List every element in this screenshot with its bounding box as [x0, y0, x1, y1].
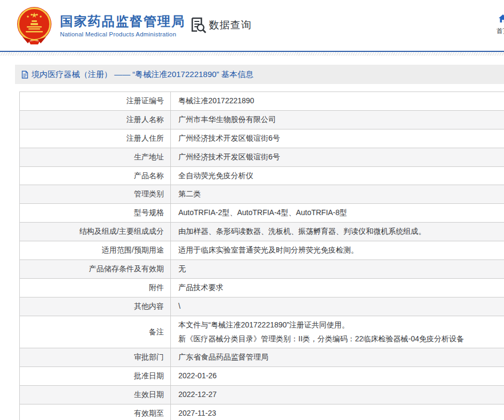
row-label: 备注: [20, 316, 171, 348]
row-value: 无: [171, 260, 504, 279]
table-row: 审批部门广东省食品药品监督管理局: [20, 348, 504, 367]
table-row: 产品名称全自动荧光免疫分析仪: [20, 166, 504, 185]
row-value: 2022-01-26: [171, 367, 504, 386]
row-value: 第二类: [171, 185, 504, 204]
nav-home-label: 首页: [494, 27, 504, 36]
table-row: 其他内容\: [20, 297, 504, 316]
nav-data-query[interactable]: 数据查询: [190, 17, 252, 34]
row-value: 本文件与“粤械注准20172221890”注册证共同使用。新《医疗器械分类目录》…: [171, 316, 504, 348]
home-icon: [499, 14, 504, 22]
table-row: 结构及组成/主要组成成分由加样器、条形码读数器、洗板机、振荡孵育器、判读仪和微机…: [20, 223, 504, 241]
table-row: 备注本文件与“粤械注准20172221890”注册证共同使用。新《医疗器械分类目…: [20, 316, 504, 348]
row-value: 全自动荧光免疫分析仪: [171, 166, 504, 185]
table-row: 有效期至2027-11-23: [20, 404, 504, 420]
row-label: 适用范围/预期用途: [20, 241, 171, 260]
row-value: \: [171, 297, 504, 316]
nav-data-query-label: 数据查询: [209, 18, 252, 32]
table-row: 型号规格AutoTRFIA-2型、AutoTRFIA-4型、AutoTRFIA-…: [20, 204, 504, 223]
row-value: 适用于临床实验室普通荧光及时间分辨荧光免疫检测。: [171, 241, 504, 260]
row-label: 产品名称: [20, 166, 171, 185]
row-value: AutoTRFIA-2型、AutoTRFIA-4型、AutoTRFIA-8型: [171, 204, 504, 223]
table-row: 附件产品技术要求: [20, 278, 504, 297]
row-label: 产品储存条件及有效期: [20, 260, 171, 279]
row-label: 审批部门: [20, 348, 171, 367]
info-table-body: 注册证编号粤械注准20172221890注册人名称广州市丰华生物股份有限公司注册…: [20, 92, 504, 420]
row-label: 注册人名称: [20, 110, 171, 129]
breadcrumb: 境内医疗器械（注册） —— “粤械注准20172221890” 基本信息: [15, 65, 504, 84]
brand-block: 国家药品监督管理局 National Medical Products Admi…: [60, 14, 185, 37]
info-table: 注册证编号粤械注准20172221890注册人名称广州市丰华生物股份有限公司注册…: [19, 91, 504, 420]
table-row: 批准日期2022-01-26: [20, 367, 504, 386]
row-value: 广东省食品药品监督管理局: [171, 348, 504, 367]
row-label: 管理类别: [20, 185, 171, 204]
page-header: 国家药品监督管理局 National Medical Products Admi…: [0, 0, 504, 51]
row-value-line: 本文件与“粤械注准20172221890”注册证共同使用。: [178, 318, 500, 332]
table-row: 产品储存条件及有效期无: [20, 260, 504, 279]
row-value: 广州市丰华生物股份有限公司: [171, 110, 504, 129]
row-label: 结构及组成/主要组成成分: [20, 223, 171, 241]
row-value: 2027-11-23: [171, 404, 504, 420]
row-label: 生效日期: [20, 386, 171, 404]
registration-info: 注册证编号粤械注准20172221890注册人名称广州市丰华生物股份有限公司注册…: [19, 91, 504, 420]
site-title-cn: 国家药品监督管理局: [60, 14, 185, 29]
page-title: 境内医疗器械（注册） —— “粤械注准20172221890” 基本信息: [32, 70, 253, 80]
table-row: 注册人名称广州市丰华生物股份有限公司: [20, 110, 504, 129]
row-value: 2022-12-27: [171, 386, 504, 404]
row-value-line: 新《医疗器械分类目录》管理类别：II类，分类编码：22临床检验器械-04免疫分析…: [178, 332, 500, 346]
row-value: 粤械注准20172221890: [171, 92, 504, 111]
table-row: 注册证编号粤械注准20172221890: [20, 92, 504, 111]
row-label: 生产地址: [20, 148, 171, 166]
row-label: 其他内容: [20, 297, 171, 316]
row-value: 广州经济技术开发区银谊街6号: [171, 129, 504, 148]
row-label: 注册人住所: [20, 129, 171, 148]
row-value: 广州经济技术开发区银谊街6号: [171, 148, 504, 166]
row-label: 有效期至: [20, 404, 171, 420]
header-hatch-texture: [0, 52, 504, 56]
nav-home[interactable]: 首页: [494, 14, 504, 36]
row-value: 产品技术要求: [171, 278, 504, 297]
row-label: 批准日期: [20, 367, 171, 386]
row-label: 附件: [20, 278, 171, 297]
table-row: 适用范围/预期用途适用于临床实验室普通荧光及时间分辨荧光免疫检测。: [20, 241, 504, 260]
document-icon: [21, 71, 28, 79]
row-label: 注册证编号: [20, 92, 171, 111]
national-emblem-logo: [15, 6, 54, 45]
row-value: 由加样器、条形码读数器、洗板机、振荡孵育器、判读仪和微机系统组成。: [171, 223, 504, 241]
table-row: 管理类别第二类: [20, 185, 504, 204]
table-row: 注册人住所广州经济技术开发区银谊街6号: [20, 129, 504, 148]
row-label: 型号规格: [20, 204, 171, 223]
site-title-en: National Medical Products Administration: [60, 31, 185, 37]
table-row: 生效日期2022-12-27: [20, 386, 504, 404]
table-row: 生产地址广州经济技术开发区银谊街6号: [20, 148, 504, 166]
data-query-icon: [190, 17, 206, 34]
